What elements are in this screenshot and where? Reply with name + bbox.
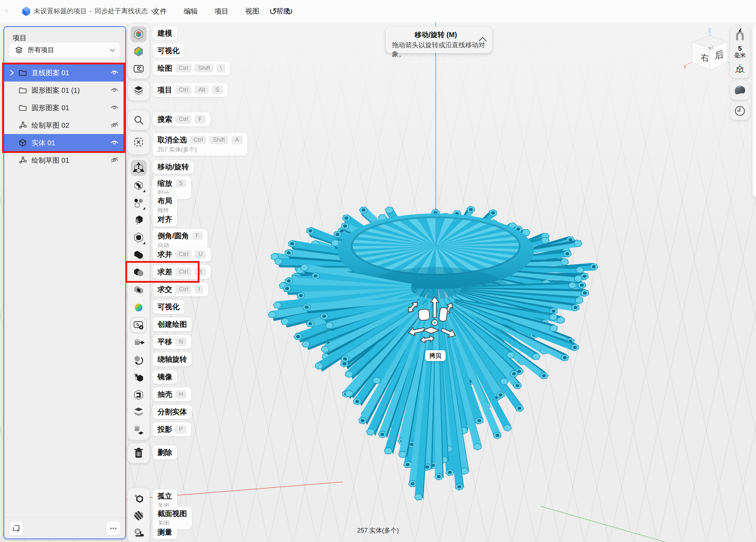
tool-title: 对齐: [158, 214, 172, 224]
tool-title: 投影: [158, 424, 172, 434]
eye-icon[interactable]: [110, 139, 119, 147]
tool-button-modeling[interactable]: [131, 26, 147, 42]
shortcut-key: Alt: [195, 86, 209, 94]
tool-button-translate[interactable]: [131, 335, 147, 351]
tool-title: 平移: [158, 337, 172, 347]
tool-label-translate: 平移N: [153, 335, 191, 349]
tool-group-1: [127, 24, 150, 79]
tool-title: 项目: [158, 85, 172, 95]
chevron-right-icon[interactable]: [9, 69, 18, 76]
tool-hint-popup: 移动/旋转 (M) 拖动箭头以旋转或沿直线移动对象。: [386, 27, 492, 53]
history-clock-icon[interactable]: [734, 105, 746, 117]
orientation-cube-icon[interactable]: [734, 63, 746, 75]
tool-button-search[interactable]: [131, 112, 147, 128]
tool-button-colorwheel[interactable]: [131, 300, 147, 316]
view-cube-right-face: 后: [715, 49, 724, 61]
eye-icon[interactable]: [110, 86, 119, 95]
tool-title: 可视化: [158, 302, 180, 312]
eye-icon[interactable]: [110, 104, 119, 112]
sync-status-text: 同步处于离线状态: [94, 7, 148, 16]
shortcut-key: S: [212, 86, 223, 94]
document-title[interactable]: 未设置标题的项目 - 同步处于离线状态: [34, 0, 157, 22]
tool-button-fillet[interactable]: [131, 230, 147, 246]
shortcut-key: F: [192, 232, 203, 240]
grid-size-value[interactable]: 5 毫米: [734, 45, 746, 59]
tool-button-project-layers[interactable]: [131, 83, 147, 99]
tool-title: 建模: [158, 28, 172, 38]
menu-1[interactable]: 文件: [153, 7, 167, 16]
tool-button-scale[interactable]: [131, 177, 147, 193]
material-shading-icon[interactable]: [733, 84, 747, 96]
y-axis-line: [541, 506, 748, 542]
tree-item[interactable]: 绘制草图 02: [4, 117, 125, 134]
tree-item[interactable]: 圆形图案 01 (1): [4, 82, 125, 99]
shortcut-key: Ctrl: [175, 268, 191, 276]
layers-icon: [14, 45, 23, 55]
tool-label-deselect: 取消全选CtrlShiftA257 实体(多个): [153, 133, 247, 156]
tool-title: 绘图: [158, 63, 172, 73]
tool-label-project-layers: 项目CtrlAltS: [153, 83, 228, 97]
tool-group-2: [127, 80, 150, 101]
collapse-hint-button[interactable]: [478, 36, 487, 42]
collapsed-side-panel[interactable]: [752, 25, 756, 197]
tool-button-intersect[interactable]: [131, 282, 147, 298]
menu-3[interactable]: 项目: [215, 7, 229, 16]
tool-button-move-rotate[interactable]: [131, 160, 147, 176]
eye-off-icon[interactable]: [110, 156, 119, 165]
shortcut-key: N: [175, 338, 187, 346]
tool-title: 删除: [158, 448, 172, 457]
project-filter-dropdown[interactable]: 所有项目: [9, 42, 120, 58]
tool-label-shell: 抽壳H: [153, 387, 191, 401]
redo-button[interactable]: ↻: [282, 3, 296, 19]
view-cube[interactable]: Z X Y 顶 右 后: [683, 28, 734, 72]
project-sidebar: 项目 所有项目 直线图案 01圆形图案 01 (1)圆形图案 01绘制草图 02…: [4, 26, 126, 539]
undo-button[interactable]: ↺: [266, 3, 280, 19]
tool-label-subtract: 求差CtrlB: [153, 265, 211, 279]
tool-button-sketch-tool[interactable]: [131, 61, 147, 77]
tool-label-mirror: 镜像: [153, 370, 177, 384]
shortcut-key: S: [175, 179, 186, 188]
tool-button-trash[interactable]: [131, 445, 147, 461]
tool-group-6: [127, 443, 150, 463]
snap-magnet-icon[interactable]: [734, 28, 746, 41]
axis-z-label: Z: [708, 28, 710, 33]
sketch-icon: [18, 121, 31, 130]
eye-off-icon[interactable]: [110, 121, 119, 130]
menu-2[interactable]: 编辑: [184, 7, 198, 16]
tree-item[interactable]: 绘制草图 01: [4, 152, 125, 169]
menu-4[interactable]: 视图: [245, 7, 259, 16]
tool-button-shell[interactable]: [131, 387, 147, 403]
tool-button-union[interactable]: [131, 247, 147, 263]
shortcut-key: Ctrl: [175, 285, 191, 294]
tool-title: 分割实体: [158, 407, 187, 417]
topbar-divider: [263, 6, 263, 16]
tree-item[interactable]: 圆形图案 01: [4, 99, 125, 117]
tool-button-split[interactable]: [131, 404, 147, 420]
tool-button-revolve[interactable]: [131, 352, 147, 368]
history-panel: [730, 102, 750, 120]
tool-button-align[interactable]: [131, 212, 147, 228]
tool-button-mirror[interactable]: [131, 369, 147, 385]
flyout-indicator: [143, 242, 145, 244]
tool-button-deselect[interactable]: [131, 134, 147, 150]
doc-title-text: 未设置标题的项目: [34, 7, 87, 16]
shortcut-key: A: [231, 136, 242, 144]
tool-label-sketch-tool: 绘图CtrlShift\: [153, 61, 230, 75]
tool-button-isolate[interactable]: [131, 490, 147, 506]
tool-button-create-drawing[interactable]: [131, 317, 147, 333]
tool-group-4: [127, 132, 150, 155]
shortcut-key: Ctrl: [175, 64, 191, 72]
tree-item[interactable]: 直线图案 01: [4, 64, 125, 82]
tool-button-section[interactable]: [131, 507, 147, 523]
tool-button-visualize[interactable]: [131, 43, 147, 59]
shortcut-key: Ctrl: [175, 115, 191, 124]
tool-button-project-tool[interactable]: [131, 422, 147, 438]
tool-button-layout[interactable]: [131, 195, 147, 211]
gizmo-copy-label[interactable]: 拷贝: [425, 350, 446, 361]
tool-title: 搜索: [158, 114, 172, 124]
eye-icon[interactable]: [110, 69, 119, 77]
tool-title: 可视化: [158, 46, 180, 56]
tool-button-subtract[interactable]: [131, 265, 147, 281]
tree-item[interactable]: 实体 01: [4, 134, 125, 152]
app-window: { "topbar": { "title": "未设置标题的项目", "sepa…: [0, 0, 756, 542]
